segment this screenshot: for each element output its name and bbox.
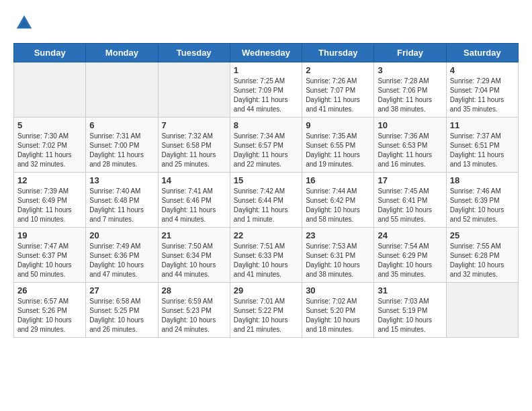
calendar-day-cell: 29Sunrise: 7:01 AM Sunset: 5:22 PM Dayli…	[230, 283, 302, 338]
calendar-day-cell: 3Sunrise: 7:28 AM Sunset: 7:06 PM Daylig…	[374, 62, 446, 118]
calendar-day-cell: 24Sunrise: 7:54 AM Sunset: 6:29 PM Dayli…	[374, 228, 446, 283]
day-number: 8	[234, 120, 298, 130]
day-info: Sunrise: 7:51 AM Sunset: 6:33 PM Dayligh…	[234, 242, 298, 279]
calendar-day-cell: 14Sunrise: 7:41 AM Sunset: 6:46 PM Dayli…	[158, 173, 230, 228]
day-info: Sunrise: 7:35 AM Sunset: 6:55 PM Dayligh…	[306, 132, 370, 169]
day-number: 18	[450, 175, 515, 185]
calendar-day-cell: 27Sunrise: 6:58 AM Sunset: 5:25 PM Dayli…	[86, 283, 158, 338]
calendar-day-cell	[446, 283, 518, 338]
day-number: 26	[17, 285, 82, 295]
day-info: Sunrise: 7:37 AM Sunset: 6:51 PM Dayligh…	[450, 132, 515, 169]
day-of-week-header: Monday	[86, 44, 158, 62]
day-number: 23	[306, 230, 370, 240]
calendar-day-cell: 5Sunrise: 7:30 AM Sunset: 7:02 PM Daylig…	[14, 118, 86, 173]
day-number: 22	[234, 230, 298, 240]
day-number: 14	[162, 175, 226, 185]
day-number: 16	[306, 175, 370, 185]
day-of-week-header: Thursday	[302, 44, 374, 62]
calendar-day-cell: 6Sunrise: 7:31 AM Sunset: 7:00 PM Daylig…	[86, 118, 158, 173]
day-info: Sunrise: 7:46 AM Sunset: 6:39 PM Dayligh…	[450, 187, 515, 224]
day-of-week-header: Tuesday	[158, 44, 230, 62]
calendar-day-cell: 19Sunrise: 7:47 AM Sunset: 6:37 PM Dayli…	[14, 228, 86, 283]
calendar-day-cell: 16Sunrise: 7:44 AM Sunset: 6:42 PM Dayli…	[302, 173, 374, 228]
day-number: 28	[162, 285, 226, 295]
calendar-day-cell: 25Sunrise: 7:55 AM Sunset: 6:28 PM Dayli…	[446, 228, 518, 283]
day-info: Sunrise: 7:36 AM Sunset: 6:53 PM Dayligh…	[378, 132, 442, 169]
day-of-week-header: Sunday	[14, 44, 86, 62]
calendar-day-cell: 18Sunrise: 7:46 AM Sunset: 6:39 PM Dayli…	[446, 173, 518, 228]
day-info: Sunrise: 7:30 AM Sunset: 7:02 PM Dayligh…	[17, 132, 82, 169]
day-number: 29	[234, 285, 298, 295]
calendar-day-cell: 12Sunrise: 7:39 AM Sunset: 6:49 PM Dayli…	[14, 173, 86, 228]
day-info: Sunrise: 7:32 AM Sunset: 6:58 PM Dayligh…	[162, 132, 226, 169]
day-info: Sunrise: 7:31 AM Sunset: 7:00 PM Dayligh…	[89, 132, 154, 169]
day-number: 12	[17, 175, 82, 185]
calendar-day-cell: 9Sunrise: 7:35 AM Sunset: 6:55 PM Daylig…	[302, 118, 374, 173]
page-header	[13, 13, 519, 32]
day-number: 13	[89, 175, 154, 185]
day-info: Sunrise: 7:49 AM Sunset: 6:36 PM Dayligh…	[89, 242, 154, 279]
calendar-header-row: SundayMondayTuesdayWednesdayThursdayFrid…	[14, 44, 519, 62]
calendar-day-cell: 26Sunrise: 6:57 AM Sunset: 5:26 PM Dayli…	[14, 283, 86, 338]
day-info: Sunrise: 7:25 AM Sunset: 7:09 PM Dayligh…	[234, 77, 298, 114]
day-info: Sunrise: 7:53 AM Sunset: 6:31 PM Dayligh…	[306, 242, 370, 279]
calendar-week-row: 19Sunrise: 7:47 AM Sunset: 6:37 PM Dayli…	[14, 228, 519, 283]
calendar-day-cell: 8Sunrise: 7:34 AM Sunset: 6:57 PM Daylig…	[230, 118, 302, 173]
day-number: 11	[450, 120, 515, 130]
day-info: Sunrise: 6:58 AM Sunset: 5:25 PM Dayligh…	[89, 297, 154, 334]
calendar-day-cell: 11Sunrise: 7:37 AM Sunset: 6:51 PM Dayli…	[446, 118, 518, 173]
day-number: 4	[450, 65, 515, 75]
day-number: 7	[162, 120, 226, 130]
logo	[13, 13, 34, 32]
day-info: Sunrise: 7:01 AM Sunset: 5:22 PM Dayligh…	[234, 297, 298, 334]
day-number: 15	[234, 175, 298, 185]
day-number: 3	[378, 65, 442, 75]
calendar-day-cell	[86, 62, 158, 118]
day-number: 30	[306, 285, 370, 295]
calendar-week-row: 12Sunrise: 7:39 AM Sunset: 6:49 PM Dayli…	[14, 173, 519, 228]
calendar-day-cell: 31Sunrise: 7:03 AM Sunset: 5:19 PM Dayli…	[374, 283, 446, 338]
day-number: 9	[306, 120, 370, 130]
day-of-week-header: Wednesday	[230, 44, 302, 62]
day-number: 17	[378, 175, 442, 185]
logo-icon	[15, 13, 34, 32]
day-number: 19	[17, 230, 82, 240]
day-number: 20	[89, 230, 154, 240]
day-info: Sunrise: 7:39 AM Sunset: 6:49 PM Dayligh…	[17, 187, 82, 224]
day-info: Sunrise: 7:26 AM Sunset: 7:07 PM Dayligh…	[306, 77, 370, 114]
day-number: 5	[17, 120, 82, 130]
calendar-day-cell: 13Sunrise: 7:40 AM Sunset: 6:48 PM Dayli…	[86, 173, 158, 228]
day-number: 31	[378, 285, 442, 295]
day-number: 10	[378, 120, 442, 130]
calendar-day-cell: 1Sunrise: 7:25 AM Sunset: 7:09 PM Daylig…	[230, 62, 302, 118]
calendar-day-cell: 4Sunrise: 7:29 AM Sunset: 7:04 PM Daylig…	[446, 62, 518, 118]
day-info: Sunrise: 6:57 AM Sunset: 5:26 PM Dayligh…	[17, 297, 82, 334]
day-info: Sunrise: 7:03 AM Sunset: 5:19 PM Dayligh…	[378, 297, 442, 334]
day-info: Sunrise: 6:59 AM Sunset: 5:23 PM Dayligh…	[162, 297, 226, 334]
calendar-day-cell: 22Sunrise: 7:51 AM Sunset: 6:33 PM Dayli…	[230, 228, 302, 283]
calendar-day-cell: 10Sunrise: 7:36 AM Sunset: 6:53 PM Dayli…	[374, 118, 446, 173]
day-info: Sunrise: 7:40 AM Sunset: 6:48 PM Dayligh…	[89, 187, 154, 224]
day-number: 2	[306, 65, 370, 75]
calendar-day-cell	[158, 62, 230, 118]
day-info: Sunrise: 7:47 AM Sunset: 6:37 PM Dayligh…	[17, 242, 82, 279]
day-info: Sunrise: 7:55 AM Sunset: 6:28 PM Dayligh…	[450, 242, 515, 279]
calendar-table: SundayMondayTuesdayWednesdayThursdayFrid…	[13, 43, 519, 338]
day-info: Sunrise: 7:29 AM Sunset: 7:04 PM Dayligh…	[450, 77, 515, 114]
calendar-day-cell	[14, 62, 86, 118]
calendar-day-cell: 23Sunrise: 7:53 AM Sunset: 6:31 PM Dayli…	[302, 228, 374, 283]
day-info: Sunrise: 7:41 AM Sunset: 6:46 PM Dayligh…	[162, 187, 226, 224]
calendar-day-cell: 17Sunrise: 7:45 AM Sunset: 6:41 PM Dayli…	[374, 173, 446, 228]
calendar-day-cell: 30Sunrise: 7:02 AM Sunset: 5:20 PM Dayli…	[302, 283, 374, 338]
day-number: 24	[378, 230, 442, 240]
day-number: 21	[162, 230, 226, 240]
day-info: Sunrise: 7:34 AM Sunset: 6:57 PM Dayligh…	[234, 132, 298, 169]
day-info: Sunrise: 7:50 AM Sunset: 6:34 PM Dayligh…	[162, 242, 226, 279]
calendar-day-cell: 2Sunrise: 7:26 AM Sunset: 7:07 PM Daylig…	[302, 62, 374, 118]
day-of-week-header: Friday	[374, 44, 446, 62]
calendar-week-row: 5Sunrise: 7:30 AM Sunset: 7:02 PM Daylig…	[14, 118, 519, 173]
day-number: 6	[89, 120, 154, 130]
calendar-day-cell: 15Sunrise: 7:42 AM Sunset: 6:44 PM Dayli…	[230, 173, 302, 228]
day-info: Sunrise: 7:54 AM Sunset: 6:29 PM Dayligh…	[378, 242, 442, 279]
day-info: Sunrise: 7:45 AM Sunset: 6:41 PM Dayligh…	[378, 187, 442, 224]
